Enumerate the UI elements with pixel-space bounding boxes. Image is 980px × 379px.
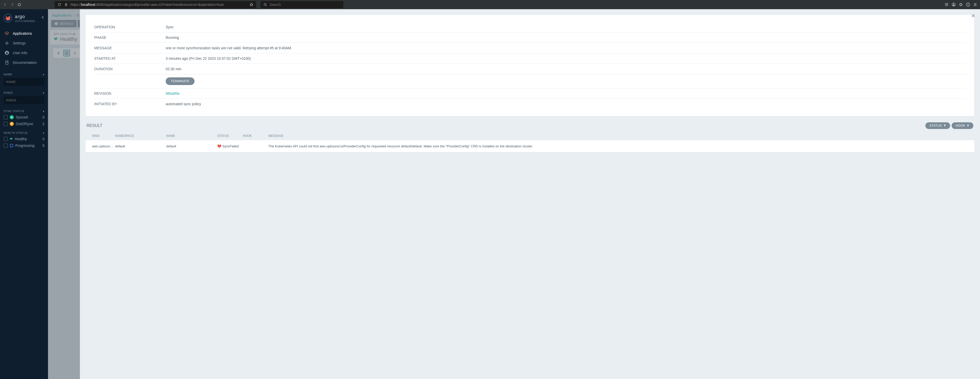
- result-row[interactable]: aws.upbound.… default default 💔 SyncFail…: [86, 140, 974, 152]
- layers-icon: [5, 31, 9, 36]
- browser-toolbar: https://localhost:8080/applications/argo…: [0, 0, 980, 9]
- chevron-up-icon: ▴: [43, 73, 45, 76]
- argo-logo-icon: 🐙: [3, 14, 12, 22]
- op-label: OPERATION: [94, 25, 165, 29]
- nav-label: User Info: [13, 51, 27, 55]
- menu-icon[interactable]: [973, 2, 977, 7]
- checkbox[interactable]: [3, 115, 8, 119]
- nav-settings[interactable]: Settings: [0, 38, 48, 48]
- chevron-up-icon: ▴: [43, 91, 45, 94]
- duration-label: DURATION: [94, 67, 165, 71]
- phase-value: Running: [165, 35, 179, 40]
- filter-healthy[interactable]: ❤ Healthy 0: [3, 137, 45, 141]
- result-table-header: KIND NAMESPACE NAME STATUS HOOK MESSAGE: [86, 132, 974, 140]
- heartbreak-icon: 💔: [217, 144, 221, 148]
- revision-label: REVISION: [94, 91, 165, 96]
- duration-value: 02:30 min: [165, 67, 181, 71]
- col-hook: HOOK: [243, 134, 268, 138]
- operation-panel: ✕ OPERATION Sync PHASE Running MESSAGE o…: [80, 9, 980, 379]
- browser-search-input[interactable]: [270, 3, 341, 6]
- cell-hook: [243, 144, 268, 148]
- logo: 🐙 argo v2.9.3+6eba5be: [0, 14, 48, 26]
- gear-icon: [5, 41, 9, 45]
- browser-search[interactable]: [260, 1, 344, 8]
- svg-point-8: [6, 52, 8, 53]
- star-icon[interactable]: [249, 2, 254, 7]
- status-filter-button[interactable]: STATUS: [925, 122, 950, 129]
- filter-sync-title[interactable]: SYNC STATUS ▴: [3, 109, 45, 113]
- cell-message: The Kubernetes API could not find aws.up…: [268, 144, 968, 148]
- filter-name-input[interactable]: [3, 78, 45, 86]
- operation-panel-overlay: ✕ OPERATION Sync PHASE Running MESSAGE o…: [48, 9, 980, 379]
- svg-rect-0: [65, 4, 67, 6]
- chevron-up-icon: ▴: [43, 131, 45, 134]
- initiated-label: INITIATED BY: [94, 102, 165, 106]
- started-label: STARTED AT: [94, 56, 165, 61]
- checkbox[interactable]: [3, 137, 8, 141]
- logo-version: v2.9.3+6eba5be: [15, 19, 35, 22]
- nav-label: Documentation: [13, 61, 37, 65]
- filter-kinds-title[interactable]: KINDS ▴: [3, 91, 45, 94]
- svg-point-3: [953, 4, 954, 5]
- svg-text:S: S: [967, 3, 969, 6]
- account-icon[interactable]: [951, 2, 956, 7]
- reload-button[interactable]: [17, 2, 22, 7]
- url-bar[interactable]: https://localhost:8080/applications/argo…: [55, 1, 256, 8]
- progress-icon: [10, 144, 13, 147]
- message-value: one or more synchronization tasks are no…: [165, 46, 292, 50]
- nav-label: Settings: [13, 41, 26, 45]
- svg-point-1: [264, 3, 266, 5]
- shield-icon: [57, 2, 62, 7]
- cell-namespace: default: [115, 144, 166, 148]
- user-icon: [5, 51, 9, 55]
- s-icon[interactable]: S: [966, 2, 970, 7]
- extensions-icon[interactable]: [959, 2, 963, 7]
- book-icon: [5, 60, 9, 65]
- message-label: MESSAGE: [94, 46, 165, 50]
- main-content: Applications / provi DETAILS D APP HEALT…: [48, 9, 980, 379]
- col-status: STATUS: [217, 134, 243, 138]
- operation-details-card: OPERATION Sync PHASE Running MESSAGE one…: [86, 15, 974, 116]
- checkbox[interactable]: [3, 122, 8, 126]
- hook-filter-button[interactable]: HOOK: [952, 122, 974, 129]
- check-icon: [10, 115, 14, 119]
- filter-health-title[interactable]: HEALTH STATUS ▴: [3, 131, 45, 134]
- filter-progressing[interactable]: Progressing 0: [3, 143, 45, 148]
- logo-name: argo: [15, 14, 35, 19]
- heart-icon: ❤: [10, 137, 13, 141]
- collapse-sidebar-icon[interactable]: [41, 15, 45, 19]
- result-title: RESULT: [86, 123, 102, 128]
- col-name: NAME: [166, 134, 217, 138]
- initiated-value: automated sync policy: [165, 102, 201, 106]
- nav-userinfo[interactable]: User Info: [0, 48, 48, 58]
- checkbox[interactable]: [3, 143, 8, 148]
- pocket-icon[interactable]: [944, 2, 949, 7]
- cell-kind: aws.upbound.…: [92, 144, 115, 148]
- col-message: MESSAGE: [268, 134, 968, 138]
- close-icon[interactable]: ✕: [971, 13, 975, 19]
- back-button[interactable]: [3, 2, 8, 7]
- nav-documentation[interactable]: Documentation: [0, 58, 48, 67]
- cell-status: 💔 SyncFailed: [217, 144, 243, 148]
- terminate-button[interactable]: TERMINATE: [165, 77, 194, 85]
- nav-applications[interactable]: Applications: [0, 29, 48, 38]
- filter-name-title[interactable]: NAME ▴: [3, 73, 45, 76]
- chevron-up-icon: ▴: [43, 109, 45, 113]
- phase-label: PHASE: [94, 35, 165, 40]
- nav-label: Applications: [13, 32, 32, 35]
- arrow-up-icon: [10, 122, 14, 126]
- sidebar: 🐙 argo v2.9.3+6eba5be Applications Setti…: [0, 9, 48, 379]
- col-namespace: NAMESPACE: [115, 134, 166, 138]
- started-value: 3 minutes ago (Fri Dec 22 2023 10:37:02 …: [165, 56, 251, 61]
- op-value: Sync: [165, 25, 173, 29]
- filter-synced[interactable]: Synced 0: [3, 115, 45, 119]
- search-icon: [263, 2, 267, 7]
- forward-button[interactable]: [10, 2, 15, 7]
- url-text: https://localhost:8080/applications/argo…: [70, 3, 247, 6]
- svg-point-6: [6, 43, 8, 44]
- filter-outofsync[interactable]: OutOfSync 2: [3, 122, 45, 126]
- filter-kinds-input[interactable]: [3, 96, 45, 104]
- col-kind: KIND: [92, 134, 115, 138]
- revision-link[interactable]: 980a85e: [165, 91, 180, 96]
- cell-name: default: [166, 144, 217, 148]
